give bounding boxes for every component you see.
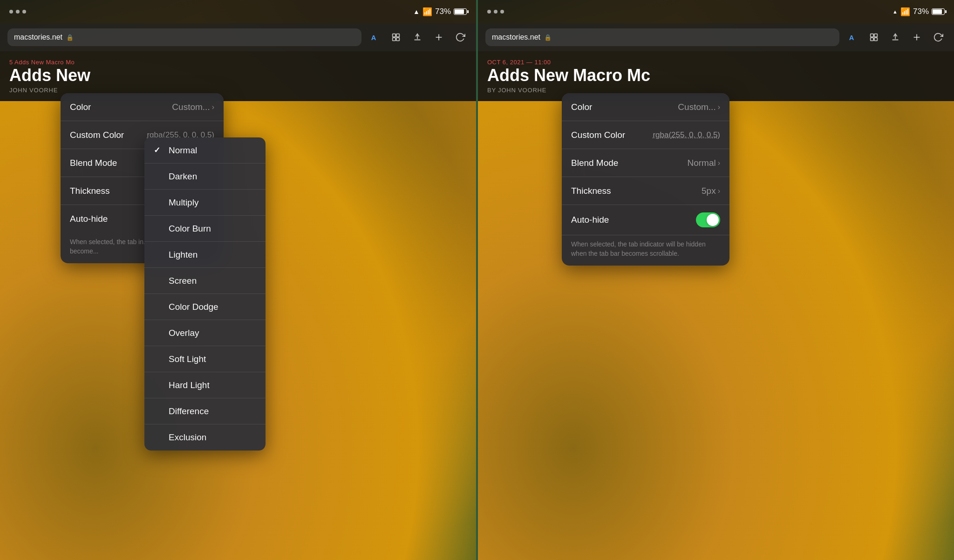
left-font-btn[interactable]: A — [366, 29, 383, 46]
right-battery-icon — [932, 8, 945, 15]
right-color-row[interactable]: Color Custom... › — [562, 93, 729, 121]
dropdown-item-label: Multiply — [169, 198, 198, 208]
status-dots — [9, 10, 26, 14]
right-browser-bar: macstories.net 🔒 A — [478, 23, 954, 51]
left-panel: ▲ 📶 73% macstories.net 🔒 A 5 — [0, 0, 476, 560]
right-url-bar[interactable]: macstories.net 🔒 — [485, 28, 839, 46]
dropdown-item[interactable]: Darken — [144, 164, 266, 190]
right-tab-btn[interactable] — [865, 29, 882, 46]
right-color-value: Custom... › — [678, 102, 720, 112]
svg-text:A: A — [849, 34, 854, 41]
right-font-btn[interactable]: A — [844, 29, 861, 46]
svg-text:A: A — [371, 34, 376, 41]
dropdown-item[interactable]: Color Dodge — [144, 294, 266, 320]
svg-rect-9 — [874, 34, 877, 37]
right-battery-percent: 73% — [913, 7, 929, 16]
right-custom-color-value: rgba(255, 0, 0, 0.5) — [653, 130, 720, 140]
left-status-bar: ▲ 📶 73% — [0, 0, 476, 23]
right-reload-btn[interactable] — [930, 29, 947, 46]
dropdown-item[interactable]: Multiply — [144, 190, 266, 216]
right-dot3 — [500, 10, 504, 14]
right-thickness-value: 5px › — [702, 186, 720, 196]
dropdown-item-label: Soft Light — [169, 354, 206, 364]
right-status-dots — [487, 10, 504, 14]
svg-rect-1 — [393, 34, 395, 37]
dot1 — [9, 10, 13, 14]
left-tab-btn[interactable] — [388, 29, 404, 46]
right-wifi-icon: 📶 — [900, 7, 910, 17]
right-add-btn[interactable] — [908, 29, 925, 46]
left-blend-label: Blend Mode — [70, 158, 117, 168]
left-url-bar[interactable]: macstories.net 🔒 — [7, 28, 361, 46]
svg-rect-4 — [396, 38, 399, 41]
signal-icon: ▲ — [413, 8, 420, 15]
battery-icon — [454, 8, 467, 15]
svg-rect-11 — [874, 38, 877, 41]
left-color-value: Custom... › — [172, 102, 214, 112]
left-custom-color-label: Custom Color — [70, 130, 124, 140]
dropdown-check-icon: ✓ — [154, 145, 163, 155]
right-lock-icon: 🔒 — [544, 34, 552, 41]
dropdown-item[interactable]: Soft Light — [144, 346, 266, 372]
right-blend-value: Normal › — [687, 158, 720, 168]
dropdown-item-label: Exclusion — [169, 432, 206, 443]
left-article-title: Adds New — [9, 66, 467, 85]
dropdown-item[interactable]: Overlay — [144, 320, 266, 346]
right-share-btn[interactable] — [887, 29, 904, 46]
svg-rect-10 — [871, 38, 873, 41]
right-color-label: Color — [571, 102, 592, 112]
right-popover: Color Custom... › Custom Color rgba(255,… — [562, 93, 729, 266]
right-custom-color-row[interactable]: Custom Color rgba(255, 0, 0, 0.5) — [562, 121, 729, 149]
dropdown-item-label: Normal — [169, 145, 197, 156]
right-custom-color-label: Custom Color — [571, 130, 625, 140]
battery-percent: 73% — [435, 7, 451, 16]
right-article-date: OCT 6, 2021 — 11:00 — [487, 59, 945, 66]
left-autohide-label: Auto-hide — [70, 214, 108, 224]
dropdown-item-label: Lighten — [169, 250, 198, 260]
dropdown-item[interactable]: Screen — [144, 268, 266, 294]
right-panel: ▲ 📶 73% macstories.net 🔒 A O — [478, 0, 954, 560]
right-blend-chevron: › — [718, 159, 720, 167]
right-popover-note: When selected, the tab indicator will be… — [562, 235, 729, 266]
right-autohide-row[interactable]: Auto-hide — [562, 205, 729, 235]
right-color-chevron: › — [718, 103, 720, 111]
right-status-right: ▲ 📶 73% — [893, 7, 945, 17]
left-article-date: 5 Adds New Macro Mo — [9, 59, 467, 66]
left-status-right: ▲ 📶 73% — [413, 7, 467, 17]
dropdown-item-label: Hard Light — [169, 380, 210, 390]
toggle-knob — [707, 214, 719, 226]
dropdown-item[interactable]: Difference — [144, 398, 266, 424]
svg-rect-3 — [393, 38, 395, 41]
svg-rect-8 — [871, 34, 873, 37]
dropdown-item-label: Color Burn — [169, 224, 211, 234]
right-status-bar: ▲ 📶 73% — [478, 0, 954, 23]
dot3 — [22, 10, 26, 14]
right-thickness-label: Thickness — [571, 186, 611, 196]
dropdown-item-label: Difference — [169, 406, 209, 417]
svg-rect-2 — [396, 34, 399, 37]
right-blend-row[interactable]: Blend Mode Normal › — [562, 149, 729, 177]
left-reload-btn[interactable] — [452, 29, 469, 46]
left-color-chevron: › — [212, 103, 214, 111]
left-url-text: macstories.net — [14, 33, 62, 41]
left-color-label: Color — [70, 102, 91, 112]
right-autohide-label: Auto-hide — [571, 215, 609, 225]
right-dot1 — [487, 10, 491, 14]
left-add-btn[interactable] — [430, 29, 447, 46]
dropdown-item[interactable]: Lighten — [144, 242, 266, 268]
right-blend-label: Blend Mode — [571, 158, 618, 168]
wifi-icon: 📶 — [422, 7, 432, 17]
left-color-row[interactable]: Color Custom... › — [61, 93, 224, 121]
right-dot2 — [494, 10, 497, 14]
dropdown-item[interactable]: Color Burn — [144, 216, 266, 242]
dropdown-item[interactable]: Hard Light — [144, 372, 266, 398]
dropdown-item[interactable]: ✓Normal — [144, 137, 266, 164]
dropdown-item[interactable]: Exclusion — [144, 424, 266, 451]
right-thickness-chevron: › — [718, 187, 720, 195]
right-thickness-row[interactable]: Thickness 5px › — [562, 177, 729, 205]
dropdown-item-label: Darken — [169, 171, 197, 182]
left-browser-bar: macstories.net 🔒 A — [0, 23, 476, 51]
autohide-toggle[interactable] — [696, 212, 720, 227]
left-share-btn[interactable] — [409, 29, 426, 46]
left-thickness-label: Thickness — [70, 186, 110, 196]
